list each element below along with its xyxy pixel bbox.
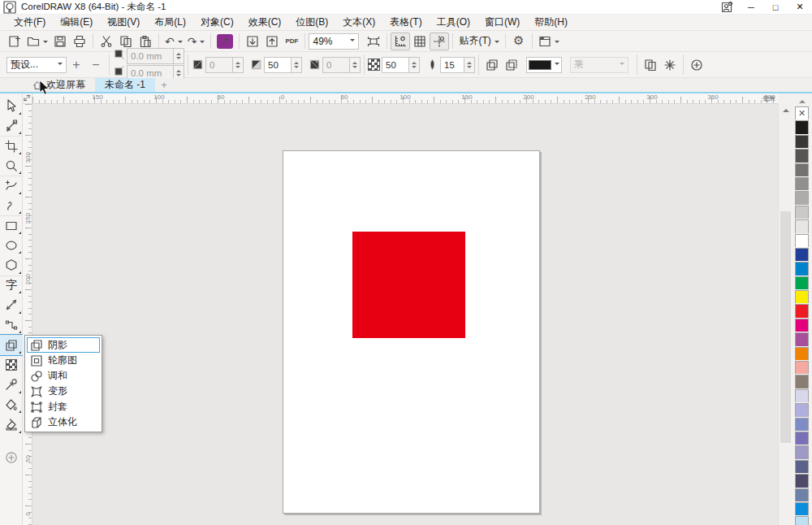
minimize-button[interactable]: ─ xyxy=(739,0,763,15)
undo-dropdown-arrow-icon[interactable] xyxy=(178,41,183,46)
full-screen-preview-button[interactable] xyxy=(364,33,383,50)
shadow-opacity-spinner[interactable] xyxy=(409,57,420,73)
polygon-tool[interactable] xyxy=(0,255,23,276)
search-content-button[interactable] xyxy=(214,33,235,50)
ruler-origin-corner[interactable] xyxy=(23,93,32,104)
color-swatch[interactable] xyxy=(795,248,809,262)
color-swatch[interactable] xyxy=(795,375,809,388)
color-swatch[interactable] xyxy=(795,460,809,474)
shadow-extend-field[interactable]: 50 xyxy=(264,57,292,73)
flyout-item-envelope[interactable]: 封套 xyxy=(27,399,100,414)
flyout-item-drop-shadow[interactable]: 阴影 xyxy=(27,337,100,353)
shadow-feather-field[interactable]: 15 xyxy=(440,57,464,73)
flyout-item-blend[interactable]: 调和 xyxy=(27,368,100,384)
scrollbar-thumb[interactable] xyxy=(780,211,791,443)
freehand-tool[interactable] xyxy=(0,176,23,196)
show-grid-toggle[interactable] xyxy=(410,33,430,50)
menu-item[interactable]: 效果(C) xyxy=(241,14,289,31)
color-swatch[interactable]: ✕ xyxy=(795,106,809,120)
color-swatch[interactable] xyxy=(795,418,809,432)
drop-shadow-tool[interactable] xyxy=(0,335,23,355)
menu-item[interactable]: 编辑(E) xyxy=(53,14,100,31)
crop-tool[interactable] xyxy=(0,136,23,156)
connector-tool[interactable] xyxy=(0,315,23,336)
launcher-dropdown-arrow-icon[interactable] xyxy=(555,41,559,46)
new-document-button[interactable] xyxy=(5,33,24,50)
options-button[interactable]: ⚙ xyxy=(509,33,529,50)
clear-shadow-button[interactable] xyxy=(660,56,680,74)
flyout-item-contour[interactable]: 轮廓图 xyxy=(27,353,100,368)
color-swatch[interactable] xyxy=(795,149,809,163)
drawing-canvas[interactable] xyxy=(32,104,778,525)
ellipse-tool[interactable] xyxy=(0,236,23,256)
color-swatch[interactable] xyxy=(795,389,809,403)
color-swatch[interactable] xyxy=(795,206,809,219)
tab-welcome-screen[interactable]: 欢迎屏幕 xyxy=(23,78,95,92)
snap-to-button[interactable]: 贴齐(T) xyxy=(456,33,501,50)
color-swatch[interactable] xyxy=(795,120,809,134)
color-swatch[interactable] xyxy=(795,234,809,248)
open-dropdown-arrow-icon[interactable] xyxy=(43,41,48,46)
color-swatch[interactable] xyxy=(795,474,809,488)
shadow-color-dropdown-arrow-icon[interactable] xyxy=(555,63,559,67)
color-swatch[interactable] xyxy=(795,219,809,233)
menu-item[interactable]: 窗口(W) xyxy=(477,14,527,31)
color-swatch[interactable] xyxy=(795,262,809,276)
color-swatch[interactable] xyxy=(795,347,809,361)
menu-item[interactable]: 文件(F) xyxy=(6,14,53,31)
rectangle-tool[interactable] xyxy=(0,215,23,236)
pick-tool[interactable] xyxy=(0,96,23,116)
color-swatch[interactable] xyxy=(795,135,809,149)
scroll-up-button[interactable] xyxy=(779,104,793,116)
redo-dropdown-arrow-icon[interactable] xyxy=(200,41,205,46)
color-swatch[interactable] xyxy=(795,177,809,191)
feather-edges-button[interactable] xyxy=(502,56,521,74)
menu-item[interactable]: 文本(X) xyxy=(335,14,382,31)
close-button[interactable]: ✕ xyxy=(788,0,812,15)
offset-x-spinner[interactable] xyxy=(174,48,184,64)
color-swatch[interactable] xyxy=(795,445,809,459)
palette-scroll-up-icon[interactable] xyxy=(799,97,806,103)
remove-preset-button[interactable]: − xyxy=(86,56,106,74)
color-swatch[interactable] xyxy=(795,319,809,332)
print-button[interactable] xyxy=(70,33,89,50)
tab-untitled-document[interactable]: 未命名 -1 xyxy=(95,78,155,92)
menu-item[interactable]: 位图(B) xyxy=(288,14,335,31)
zoom-level-select[interactable]: 49% xyxy=(309,33,359,50)
shadow-fade-field[interactable]: 0 xyxy=(322,57,350,73)
artistic-media-tool[interactable] xyxy=(0,196,23,216)
application-launcher-button[interactable] xyxy=(536,33,562,50)
maximize-button[interactable]: □ xyxy=(763,0,788,15)
menu-item[interactable]: 布局(L) xyxy=(147,14,193,31)
zoom-dropdown-arrow-icon[interactable] xyxy=(350,39,355,44)
redo-button[interactable]: ↷ xyxy=(185,33,208,50)
color-eyedropper-tool[interactable] xyxy=(0,375,23,395)
menu-item[interactable]: 表格(T) xyxy=(382,14,429,31)
publish-to-pdf-button[interactable]: PDF xyxy=(282,33,301,50)
vertical-ruler[interactable]: 300250200150100500 xyxy=(23,104,32,525)
new-document-tab-button[interactable]: + xyxy=(155,78,173,92)
quick-customize-button[interactable] xyxy=(687,56,706,74)
shadow-feather-spinner[interactable] xyxy=(464,57,475,73)
color-swatch[interactable] xyxy=(795,304,809,318)
vertical-scrollbar[interactable] xyxy=(778,104,792,525)
snap-dropdown-arrow-icon[interactable] xyxy=(495,41,499,46)
open-document-button[interactable] xyxy=(24,33,50,50)
text-tool[interactable]: 字 xyxy=(0,276,23,296)
menu-item[interactable]: 工具(O) xyxy=(430,14,477,31)
interactive-fill-tool[interactable] xyxy=(0,395,23,415)
show-rulers-toggle[interactable] xyxy=(391,33,410,50)
shadow-opacity-field[interactable]: 50 xyxy=(382,57,409,73)
shadow-angle-field[interactable]: 0 xyxy=(205,57,233,73)
transparency-tool[interactable] xyxy=(0,355,23,375)
shape-tool[interactable] xyxy=(0,116,23,137)
account-sign-in-button[interactable] xyxy=(715,0,739,15)
red-rectangle-object[interactable] xyxy=(352,232,465,338)
shadow-color-picker[interactable] xyxy=(526,57,562,73)
show-guidelines-toggle[interactable] xyxy=(430,33,449,50)
copy-shadow-properties-button[interactable] xyxy=(641,56,660,74)
color-swatch[interactable] xyxy=(795,332,809,346)
smart-fill-tool[interactable] xyxy=(0,414,23,435)
color-swatch[interactable] xyxy=(795,163,809,177)
color-swatch[interactable] xyxy=(795,191,809,205)
